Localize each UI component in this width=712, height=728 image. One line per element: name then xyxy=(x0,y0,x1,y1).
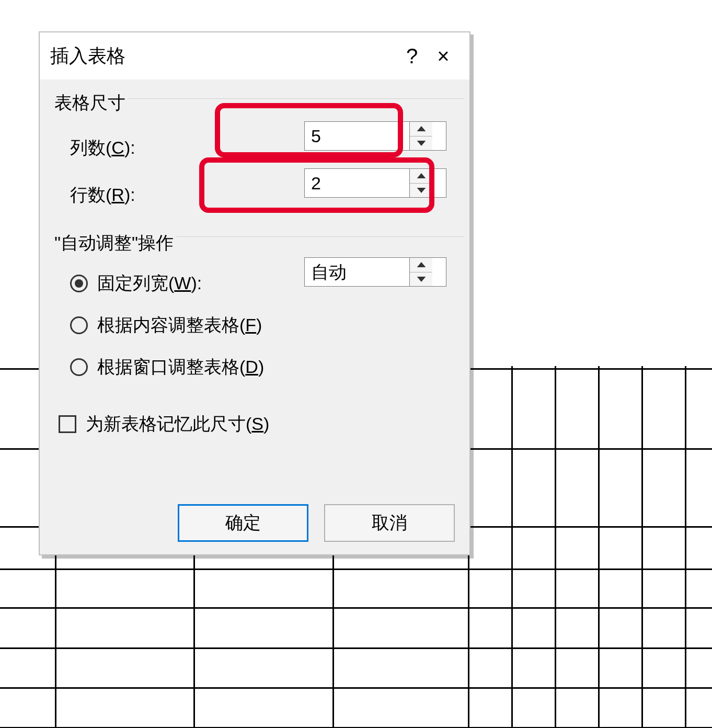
titlebar: 插入表格 ? × xyxy=(40,32,469,79)
fixed-width-value[interactable]: 自动 xyxy=(305,258,409,286)
divider xyxy=(177,236,464,237)
svg-marker-5 xyxy=(417,277,426,282)
spin-down-icon[interactable] xyxy=(410,272,432,287)
cancel-button[interactable]: 取消 xyxy=(324,504,455,542)
ok-button[interactable]: 确定 xyxy=(178,504,308,542)
svg-marker-1 xyxy=(417,141,426,146)
section-size-label: 表格尺寸 xyxy=(54,91,455,115)
fixed-width-spinner[interactable]: 自动 xyxy=(304,257,446,287)
dialog-title: 插入表格 xyxy=(50,43,396,69)
svg-marker-2 xyxy=(417,173,426,178)
radio-fit-content-label: 根据内容调整表格(F) xyxy=(97,313,262,337)
radio-fixed-width-label: 固定列宽(W): xyxy=(97,271,202,295)
svg-marker-0 xyxy=(417,126,426,131)
columns-value[interactable]: 5 xyxy=(305,122,409,150)
spin-down-icon[interactable] xyxy=(410,136,432,151)
spin-up-icon[interactable] xyxy=(410,169,432,184)
remember-checkbox[interactable] xyxy=(59,415,76,433)
spin-down-icon[interactable] xyxy=(410,184,432,198)
columns-spinner[interactable]: 5 xyxy=(304,121,446,151)
rows-label: 行数(R): xyxy=(54,183,211,207)
section-autofit-label: "自动调整"操作 xyxy=(54,231,455,255)
divider xyxy=(128,98,464,99)
spin-up-icon[interactable] xyxy=(410,122,432,136)
columns-label: 列数(C): xyxy=(54,136,211,160)
rows-value[interactable]: 2 xyxy=(305,169,409,197)
insert-table-dialog: 插入表格 ? × 表格尺寸 列数(C): 行数(R): 5 xyxy=(39,31,470,555)
close-icon[interactable]: × xyxy=(428,44,459,68)
radio-fit-window[interactable] xyxy=(70,358,88,376)
radio-fit-window-label: 根据窗口调整表格(D) xyxy=(97,355,264,379)
svg-marker-4 xyxy=(417,262,426,267)
svg-marker-3 xyxy=(417,188,426,193)
remember-checkbox-label: 为新表格记忆此尺寸(S) xyxy=(86,412,269,436)
help-icon[interactable]: ? xyxy=(396,44,428,68)
radio-fixed-width[interactable] xyxy=(70,275,88,292)
radio-fit-content[interactable] xyxy=(70,316,88,334)
rows-spinner[interactable]: 2 xyxy=(304,168,446,198)
spin-up-icon[interactable] xyxy=(410,258,432,272)
